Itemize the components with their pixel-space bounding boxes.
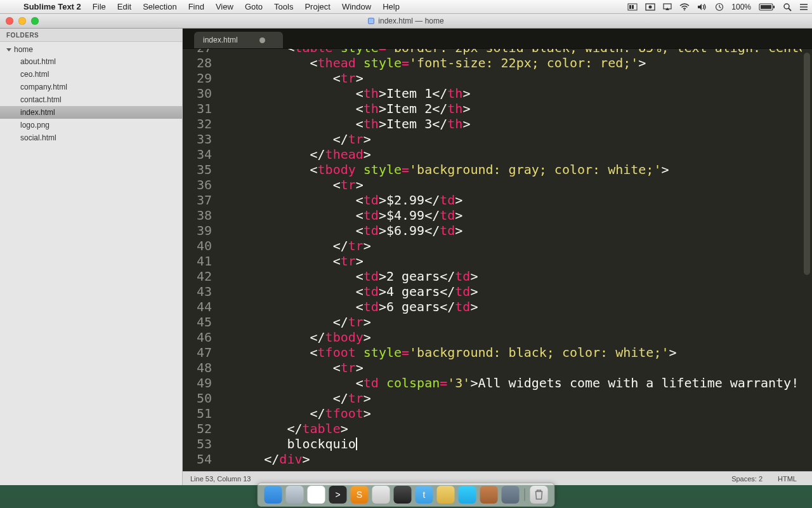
svg-point-7 (684, 9, 685, 10)
code-line[interactable]: <tbody style='background: gray; color: w… (218, 162, 802, 177)
code-line[interactable]: <tr> (218, 360, 802, 375)
timemachine-icon[interactable] (711, 3, 728, 11)
line-number: 43 (183, 284, 212, 299)
menu-file[interactable]: File (87, 2, 112, 11)
screencap-icon[interactable] (641, 3, 659, 11)
dock-twitter[interactable]: t (416, 486, 433, 504)
folder-row[interactable]: home (0, 44, 182, 55)
sidebar-header: FOLDERS (0, 29, 182, 42)
cursor-position: Line 53, Column 13 (190, 475, 258, 483)
code-line[interactable]: <th>Item 1</th> (218, 86, 802, 101)
disclosure-triangle-icon[interactable] (6, 48, 11, 51)
code-line[interactable]: </tbody> (218, 330, 802, 345)
editor-tab[interactable]: index.html (194, 32, 283, 48)
menu-help[interactable]: Help (377, 2, 405, 11)
code-line[interactable]: <tr> (218, 253, 802, 269)
mac-menubar: Sublime Text 2 FileEditSelectionFindView… (0, 0, 812, 14)
dock-app4[interactable] (480, 486, 498, 504)
line-number: 28 (183, 55, 212, 70)
code-line[interactable]: <thead style='font-size: 22px; color: re… (218, 55, 802, 70)
airplay-icon[interactable] (659, 3, 676, 11)
menu-goto[interactable]: Goto (239, 2, 268, 11)
svg-rect-1 (629, 5, 631, 9)
menu-edit[interactable]: Edit (112, 2, 137, 11)
svg-marker-8 (698, 4, 702, 10)
menu-window[interactable]: Window (336, 2, 377, 11)
code-line[interactable]: </thead> (218, 147, 802, 162)
dock-trash[interactable] (530, 486, 548, 504)
code-line[interactable]: </tr> (218, 391, 802, 406)
dock-terminal[interactable]: > (329, 486, 347, 504)
file-item[interactable]: about.html (0, 55, 182, 68)
line-number: 54 (183, 451, 212, 467)
spotlight-icon[interactable] (779, 3, 796, 11)
menu-selection[interactable]: Selection (137, 2, 182, 11)
indent-setting[interactable]: Spaces: 2 (724, 475, 770, 483)
file-item[interactable]: logo.png (0, 119, 182, 131)
file-item[interactable]: company.html (0, 81, 182, 93)
volume-icon[interactable] (693, 3, 711, 11)
code-line[interactable]: </tr> (218, 131, 802, 147)
vertical-scrollbar[interactable] (804, 53, 810, 275)
menu-find[interactable]: Find (183, 2, 210, 11)
dock-launchpad[interactable] (286, 486, 304, 504)
notification-center-icon[interactable] (796, 3, 812, 11)
code-line[interactable]: <td colspan='3'>All widgets come with a … (218, 375, 802, 391)
line-number: 42 (183, 269, 212, 284)
code-line[interactable]: <table style='border: 2px solid black; w… (218, 49, 802, 55)
code-line[interactable]: </tr> (218, 238, 802, 253)
code-line[interactable]: <td>$2.99</td> (218, 192, 802, 208)
dock-messages[interactable] (459, 486, 476, 504)
code-line[interactable]: <th>Item 2</th> (218, 101, 802, 116)
battery-icon[interactable] (755, 3, 779, 11)
dock-sublime-text[interactable]: S (351, 486, 369, 504)
dock-app1[interactable] (372, 486, 390, 504)
line-number: 39 (183, 223, 212, 238)
window-titlebar: index.html — home (0, 14, 812, 29)
syntax-setting[interactable]: HTML (770, 475, 804, 483)
code-area[interactable]: 2728293031323334353637383940414243444546… (183, 49, 812, 471)
dock-finder[interactable] (265, 486, 282, 504)
code-line[interactable]: </tfoot> (218, 406, 802, 421)
code-line[interactable]: <td>4 gears</td> (218, 284, 802, 299)
window-minimize-button[interactable] (18, 17, 26, 25)
file-item[interactable]: contact.html (0, 93, 182, 106)
svg-rect-12 (773, 6, 775, 8)
dock-chrome[interactable] (308, 486, 325, 504)
file-item[interactable]: social.html (0, 131, 182, 144)
line-number: 29 (183, 70, 212, 86)
line-number: 53 (183, 436, 212, 451)
code-line[interactable]: <td>2 gears</td> (218, 269, 802, 284)
dock-app5[interactable] (502, 486, 520, 504)
code-line[interactable]: <th>Item 3</th> (218, 116, 802, 131)
code-line[interactable]: <td>6 gears</td> (218, 299, 802, 314)
code-line[interactable]: <tfoot style='background: black; color: … (218, 345, 802, 360)
code-line[interactable]: <tr> (218, 177, 802, 192)
dock-app2[interactable] (394, 486, 412, 504)
text-cursor (356, 438, 357, 450)
menu-extra-icon[interactable] (624, 3, 641, 11)
app-menu[interactable]: Sublime Text 2 (18, 2, 87, 11)
menu-view[interactable]: View (210, 2, 239, 11)
code-line[interactable]: </div> (218, 451, 802, 467)
line-number: 51 (183, 406, 212, 421)
code-line[interactable]: </tr> (218, 314, 802, 330)
window-zoom-button[interactable] (31, 17, 39, 25)
dock-app3[interactable] (437, 486, 455, 504)
menu-tools[interactable]: Tools (268, 2, 299, 11)
menu-project[interactable]: Project (299, 2, 336, 11)
file-item[interactable]: ceo.html (0, 68, 182, 81)
window-close-button[interactable] (6, 17, 13, 25)
svg-rect-11 (761, 5, 771, 9)
file-item[interactable]: index.html (0, 106, 182, 119)
folder-name: home (14, 45, 33, 54)
code-line[interactable]: </table> (218, 421, 802, 436)
code-line[interactable]: <td>$6.99</td> (218, 223, 802, 238)
wifi-icon[interactable] (676, 3, 693, 11)
code-line[interactable]: blockquio (218, 436, 802, 451)
code-text[interactable]: <table style='border: 2px solid black; w… (218, 49, 802, 471)
tab-bar: index.html (183, 29, 812, 49)
code-line[interactable]: <tr> (218, 70, 802, 86)
dock: >St (258, 483, 555, 507)
code-line[interactable]: <td>$4.99</td> (218, 208, 802, 223)
